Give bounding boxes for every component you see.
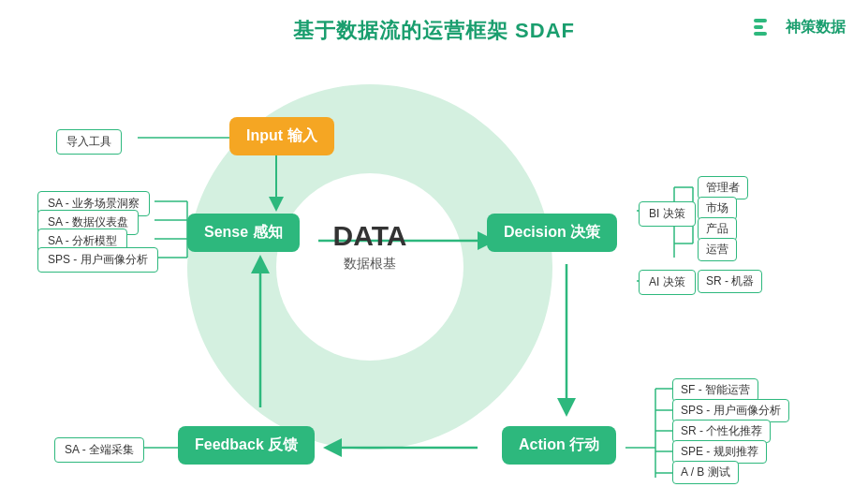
action-ab: A / B 测试 bbox=[672, 461, 739, 484]
logo-icon bbox=[752, 13, 780, 41]
center-data: DATA 数据根基 bbox=[276, 220, 463, 273]
center-subtitle: 数据根基 bbox=[276, 256, 463, 273]
svg-rect-1 bbox=[754, 25, 763, 29]
logo: 神策数据 bbox=[752, 13, 846, 41]
center-title: DATA bbox=[276, 220, 463, 252]
decision-node: Decision 决策 bbox=[487, 214, 617, 252]
svg-rect-0 bbox=[754, 19, 767, 22]
input-node: Input 输入 bbox=[229, 117, 334, 155]
input-node-label: Input 输入 bbox=[246, 127, 317, 143]
bi-decision-box: BI 决策 bbox=[639, 201, 696, 227]
bi-ops: 运营 bbox=[698, 238, 737, 261]
ai-machine: SR - 机器 bbox=[698, 270, 762, 293]
logo-text: 神策数据 bbox=[786, 18, 846, 37]
page: 基于数据流的运营框架 SDAF 神策数据 bbox=[0, 0, 868, 487]
tag-input-tool: 导入工具 bbox=[56, 129, 122, 155]
feedback-node: Feedback 反馈 bbox=[178, 426, 315, 465]
svg-rect-2 bbox=[754, 32, 767, 36]
tag-sa-collect: SA - 全端采集 bbox=[54, 437, 144, 463]
sense-node-label: Sense 感知 bbox=[204, 224, 283, 240]
diagram: Input 输入 Sense 感知 Decision 决策 Action 行动 … bbox=[0, 56, 868, 478]
decision-node-label: Decision 决策 bbox=[504, 224, 600, 240]
action-node: Action 行动 bbox=[502, 426, 616, 465]
ai-decision-box: AI 决策 bbox=[639, 270, 696, 295]
feedback-node-label: Feedback 反馈 bbox=[195, 436, 298, 452]
action-node-label: Action 行动 bbox=[519, 436, 599, 452]
tag-sps-user: SPS - 用户画像分析 bbox=[37, 247, 158, 273]
page-title: 基于数据流的运营框架 SDAF bbox=[0, 0, 868, 45]
